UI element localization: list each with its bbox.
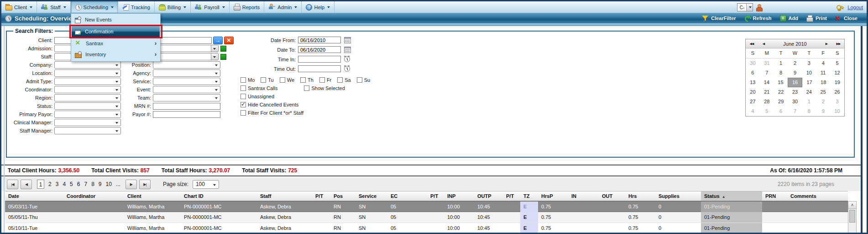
- column-header-client[interactable]: Client: [124, 191, 181, 201]
- mrn-input[interactable]: [153, 103, 220, 110]
- calendar-prev-month-button[interactable]: ◀: [758, 42, 769, 46]
- table-row[interactable]: 05/03/11-TueWilliams, MarthaPN-0000001-M…: [5, 201, 848, 212]
- checkbox[interactable]: [300, 77, 306, 83]
- calendar-day[interactable]: 8: [774, 68, 788, 78]
- alarm-clock-icon[interactable]: [344, 66, 350, 72]
- calendar-day[interactable]: 24: [802, 87, 816, 97]
- scroll-up-icon[interactable]: ∧: [848, 202, 856, 209]
- column-header-date[interactable]: Date: [5, 191, 63, 201]
- checkbox[interactable]: [304, 85, 309, 91]
- menu-item-confirmation[interactable]: Confirmation: [72, 26, 160, 37]
- calendar-day[interactable]: 3: [802, 58, 816, 68]
- time-out-input[interactable]: [298, 65, 341, 72]
- page-link-9[interactable]: 9: [99, 181, 102, 187]
- agency-select[interactable]: [153, 69, 220, 77]
- column-header-service[interactable]: Service: [356, 191, 387, 201]
- column-header-coordinator[interactable]: Coordinator: [63, 191, 124, 201]
- column-header-hrs[interactable]: Hrs: [625, 191, 655, 201]
- page-link-10[interactable]: 10: [106, 181, 112, 187]
- calendar-day[interactable]: 29: [774, 97, 788, 106]
- prev-page-button[interactable]: ◀: [21, 180, 32, 189]
- menu-item-tracking[interactable]: Tracking: [118, 1, 155, 13]
- calendar-day[interactable]: 30: [746, 58, 760, 68]
- calendar-day[interactable]: 4: [816, 58, 830, 68]
- refresh-button[interactable]: Refresh: [744, 15, 772, 21]
- calendar-day[interactable]: 9: [788, 68, 802, 78]
- page-link-8[interactable]: 8: [91, 181, 94, 187]
- staff-manager-select[interactable]: [54, 127, 121, 134]
- scrollbar-thumb[interactable]: [849, 210, 855, 223]
- calendar-day[interactable]: 1: [802, 97, 816, 106]
- table-row[interactable]: 05/05/11-ThuWilliams, MarthaPN-0000001-M…: [5, 212, 848, 223]
- menu-item-help[interactable]: Help: [302, 1, 335, 13]
- column-header-tz[interactable]: TZ: [520, 191, 538, 201]
- time-in-input[interactable]: [298, 56, 341, 63]
- column-header-staff[interactable]: Staff: [257, 191, 312, 201]
- menu-item-new-events[interactable]: New Events: [72, 14, 160, 25]
- calendar-day[interactable]: 31: [760, 58, 774, 68]
- payor-number-input[interactable]: [153, 111, 220, 118]
- menu-item-billing[interactable]: Billing: [155, 1, 191, 13]
- day-checkbox-su[interactable]: Su: [357, 77, 370, 83]
- calendar-day[interactable]: 11: [816, 68, 830, 78]
- menu-item-staff[interactable]: Staff: [37, 1, 70, 13]
- checkbox[interactable]: [241, 102, 246, 107]
- checkbox-hide-cancelled-events[interactable]: Hide Cancelled Events: [241, 102, 298, 107]
- calendar-day[interactable]: 8: [802, 106, 816, 116]
- calendar-day[interactable]: 27: [746, 97, 760, 106]
- calendar-day[interactable]: 5: [760, 106, 774, 116]
- date-from-input[interactable]: [298, 37, 341, 43]
- region-select[interactable]: [54, 94, 121, 101]
- column-header-ec[interactable]: EC: [387, 191, 427, 201]
- primary-payor-select[interactable]: [54, 111, 121, 118]
- checkbox-unassigned[interactable]: Unassigned: [241, 94, 274, 99]
- page-link-1[interactable]: 1: [37, 180, 44, 189]
- calendar-day[interactable]: 15: [774, 78, 788, 87]
- column-header-prn[interactable]: PRN: [762, 191, 787, 201]
- coordinator-select[interactable]: [54, 86, 121, 93]
- column-header-chart-id[interactable]: Chart ID: [181, 191, 257, 201]
- column-header-outp[interactable]: OUTP: [474, 191, 503, 201]
- calendar-prev-year-button[interactable]: ◀◀: [746, 42, 758, 46]
- checkbox-filter-for-client-or-staff[interactable]: Filter For Client *or* Staff: [241, 110, 303, 116]
- go-arrow-icon[interactable]: [213, 37, 223, 44]
- calendar-title[interactable]: June 2010: [769, 41, 821, 47]
- calendar-day[interactable]: 5: [830, 58, 844, 68]
- calendar-day[interactable]: 7: [788, 106, 802, 116]
- company-select[interactable]: [54, 61, 121, 69]
- calendar-day[interactable]: 21: [760, 87, 774, 97]
- menu-item-santrax[interactable]: Santrax›: [72, 38, 160, 49]
- calendar-day[interactable]: 3: [830, 97, 844, 106]
- calendar-day[interactable]: 23: [788, 87, 802, 97]
- menu-item-payroll[interactable]: Payroll: [191, 1, 230, 13]
- column-header-supplies[interactable]: Supplies: [655, 191, 701, 201]
- clear-client-icon[interactable]: [224, 37, 234, 44]
- checkbox-santrax-calls[interactable]: Santrax Calls: [241, 85, 277, 91]
- page-link-4[interactable]: 4: [63, 181, 66, 187]
- date-to-input[interactable]: [298, 46, 341, 53]
- next-page-button[interactable]: ▶: [125, 180, 137, 189]
- day-checkbox-tu[interactable]: Tu: [261, 77, 273, 83]
- calendar-day[interactable]: 19: [830, 78, 844, 87]
- calendar-day[interactable]: 2: [816, 97, 830, 106]
- calendar-day[interactable]: 4: [746, 106, 760, 116]
- admit-type-select[interactable]: [54, 78, 121, 85]
- column-header-hrsp[interactable]: HrsP: [538, 191, 568, 201]
- menu-item-client[interactable]: Client: [1, 1, 37, 13]
- alarm-clock-icon[interactable]: [344, 56, 350, 62]
- location-select[interactable]: [54, 69, 121, 77]
- column-header-comments[interactable]: Comments: [787, 191, 842, 201]
- status-select[interactable]: [54, 102, 121, 110]
- position-select[interactable]: [153, 61, 220, 69]
- column-header-in[interactable]: IN: [568, 191, 599, 201]
- page-link-7[interactable]: 7: [84, 181, 87, 187]
- calendar-day[interactable]: 17: [802, 78, 816, 87]
- checkbox[interactable]: [241, 85, 246, 91]
- column-header-p-t[interactable]: P/T: [427, 191, 444, 201]
- calendar-day[interactable]: 10: [802, 68, 816, 78]
- calendar-day[interactable]: 22: [774, 87, 788, 97]
- page-link-3[interactable]: 3: [56, 181, 59, 187]
- calendar-day[interactable]: 2: [788, 58, 802, 68]
- grid-vertical-scrollbar[interactable]: ∧: [848, 201, 857, 234]
- calendar-next-month-button[interactable]: ▶: [821, 42, 832, 46]
